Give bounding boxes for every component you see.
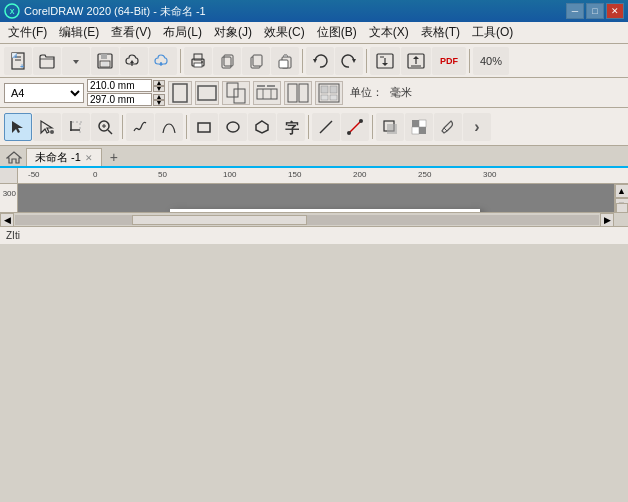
node-tool[interactable]	[33, 113, 61, 141]
new-button[interactable]: +	[4, 47, 32, 75]
horizontal-ruler: -50 0 50 100 150 200 250 300	[18, 168, 628, 184]
svg-point-72	[359, 119, 363, 123]
texture-tool[interactable]	[405, 113, 433, 141]
ellipse-tool[interactable]	[219, 113, 247, 141]
menu-text[interactable]: 文本(X)	[363, 22, 415, 43]
print-button[interactable]	[184, 47, 212, 75]
minimize-button[interactable]: ─	[566, 3, 584, 19]
landscape-button[interactable]	[195, 81, 219, 105]
toolbar-sep2	[302, 49, 303, 73]
property-bar: A4 A3 Letter ▲ ▼ ▲ ▼	[0, 78, 628, 108]
page-display-4	[315, 81, 343, 105]
curve-tool[interactable]	[155, 113, 183, 141]
rulers-and-canvas: -50 0 50 100 150 200 250 300 300 295 290…	[0, 168, 628, 226]
maximize-button[interactable]: □	[586, 3, 604, 19]
print-tools-group	[184, 47, 299, 75]
polygon-tool[interactable]	[248, 113, 276, 141]
save-button[interactable]	[91, 47, 119, 75]
menu-tools[interactable]: 工具(O)	[466, 22, 519, 43]
svg-marker-28	[313, 59, 317, 63]
ruler-label: 50	[158, 170, 167, 179]
tools-sep2	[186, 115, 187, 139]
copy1-button[interactable]	[213, 47, 241, 75]
open-dropdown-button[interactable]	[62, 47, 90, 75]
select-tool[interactable]	[4, 113, 32, 141]
menu-view[interactable]: 查看(V)	[105, 22, 157, 43]
open-button[interactable]	[33, 47, 61, 75]
page-document	[170, 209, 480, 212]
redo-button[interactable]	[335, 47, 363, 75]
menu-layout[interactable]: 布局(L)	[157, 22, 208, 43]
menu-object[interactable]: 对象(J)	[208, 22, 258, 43]
svg-line-79	[444, 128, 447, 131]
shadow-tool[interactable]	[376, 113, 404, 141]
export-button[interactable]	[401, 47, 431, 75]
close-button[interactable]: ✕	[606, 3, 624, 19]
svg-rect-48	[299, 84, 308, 102]
zoom-value-display[interactable]: 40%	[473, 47, 509, 75]
crop-tool[interactable]	[62, 113, 90, 141]
connector-tool[interactable]	[341, 113, 369, 141]
copy2-button[interactable]	[242, 47, 270, 75]
ruler-label: 250	[418, 170, 431, 179]
import-button[interactable]	[370, 47, 400, 75]
width-input[interactable]	[87, 79, 152, 92]
width-down-btn[interactable]: ▼	[153, 86, 165, 92]
rect-tool[interactable]	[190, 113, 218, 141]
horizontal-ruler-row: -50 0 50 100 150 200 250 300	[0, 168, 628, 184]
canvas-area[interactable]	[18, 184, 614, 212]
menu-file[interactable]: 文件(F)	[2, 22, 53, 43]
svg-point-56	[50, 130, 54, 134]
cloud-upload1-button[interactable]	[120, 47, 148, 75]
portrait-button[interactable]	[168, 81, 192, 105]
scroll-right-button[interactable]: ▶	[600, 213, 614, 227]
ruler-label: -50	[28, 170, 40, 179]
svg-rect-52	[321, 95, 328, 100]
undo-button[interactable]	[306, 47, 334, 75]
add-tab-button[interactable]: +	[104, 148, 124, 166]
freehand-tool[interactable]	[126, 113, 154, 141]
paste-button[interactable]	[271, 47, 299, 75]
svg-line-70	[349, 121, 361, 133]
scroll-thumb-horizontal[interactable]	[132, 215, 307, 225]
page-size-select[interactable]: A4 A3 Letter	[4, 83, 84, 103]
more-tools[interactable]: ›	[463, 113, 491, 141]
line-tool[interactable]	[312, 113, 340, 141]
menu-table[interactable]: 表格(T)	[415, 22, 466, 43]
svg-rect-43	[257, 89, 277, 99]
text-tool[interactable]: 字	[277, 113, 305, 141]
svg-line-62	[108, 130, 112, 134]
svg-rect-74	[387, 124, 397, 134]
svg-rect-65	[198, 123, 210, 132]
height-row: ▲ ▼	[87, 93, 165, 106]
svg-text:+: +	[20, 63, 24, 70]
eyedrop-tool[interactable]	[434, 113, 462, 141]
toolbar-sep1	[180, 49, 181, 73]
status-bar: ZIti	[0, 226, 628, 244]
svg-rect-51	[330, 86, 337, 93]
height-input[interactable]	[87, 93, 152, 106]
menu-edit[interactable]: 编辑(E)	[53, 22, 105, 43]
page-display-1	[222, 81, 250, 105]
v-ruler-label: 300	[3, 189, 16, 198]
pdf-button[interactable]: PDF	[432, 47, 466, 75]
tab-close-icon[interactable]: ✕	[85, 153, 93, 163]
svg-marker-32	[382, 63, 388, 66]
zoom-tool[interactable]	[91, 113, 119, 141]
document-tab[interactable]: 未命名 -1 ✕	[26, 148, 102, 166]
scroll-thumb-vertical[interactable]	[616, 203, 628, 212]
menu-effects[interactable]: 效果(C)	[258, 22, 311, 43]
svg-marker-67	[256, 121, 268, 133]
home-tab-icon[interactable]	[4, 148, 24, 166]
svg-rect-24	[253, 55, 262, 66]
tools-sep1	[122, 115, 123, 139]
scroll-left-button[interactable]: ◀	[0, 213, 14, 227]
scroll-track-horizontal[interactable]	[15, 215, 599, 225]
svg-rect-50	[321, 86, 328, 93]
svg-text:字: 字	[285, 120, 299, 135]
scroll-up-button[interactable]: ▲	[615, 184, 629, 198]
cloud-upload2-button[interactable]	[149, 47, 177, 75]
svg-rect-44	[267, 85, 275, 87]
menu-bitmap[interactable]: 位图(B)	[311, 22, 363, 43]
height-down-btn[interactable]: ▼	[153, 100, 165, 106]
